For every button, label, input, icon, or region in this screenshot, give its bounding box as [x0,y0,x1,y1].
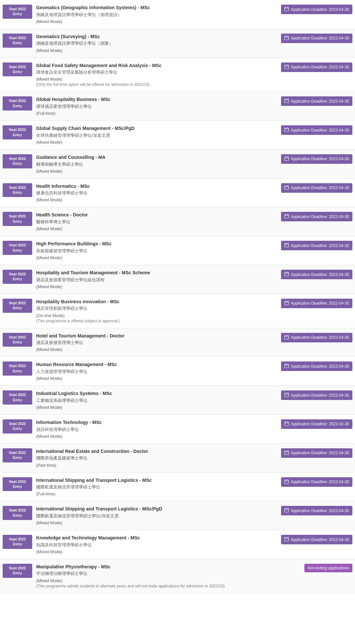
deadline-col: Application Deadline: 2022-04-30 [287,182,352,204]
deadline-badge[interactable]: Application Deadline: 2022-04-30 [281,448,352,458]
deadline-badge[interactable]: Application Deadline: 2022-04-30 [281,62,352,72]
table-row[interactable]: Sept 2022 EntryIndustrial Logistics Syst… [0,386,355,415]
deadline-badge[interactable]: Application Deadline: 2022-04-30 [281,5,352,14]
svg-rect-36 [285,272,289,276]
program-mode: (Mixed Mode) [36,77,283,82]
deadline-badge[interactable]: Application Deadline: 2022-04-30 [281,477,352,487]
table-row[interactable]: Sept 2022 EntryInternational Shipping an… [0,501,355,530]
deadline-text: Application Deadline: 2022-04-30 [291,364,349,369]
deadline-text: Application Deadline: 2022-04-30 [291,508,349,513]
deadline-badge[interactable]: Not inviting applications [304,564,352,572]
content-col: International Shipping and Transport Log… [32,505,287,527]
program-mode: (Mixed Mode) [36,48,283,53]
calendar-icon [284,185,289,191]
table-row[interactable]: Sept 2022 EntryHealth Science - Doctor醫療… [0,207,355,236]
content-col: Geomatics (Geographic Information System… [32,3,287,25]
table-row[interactable]: Sept 2022 EntryHotel and Tourism Managem… [0,328,355,357]
program-title-en: Industrial Logistics Systems - MSc [36,390,283,397]
content-col: Global Food Safety Management and Risk A… [32,61,287,88]
calendar-icon [284,363,289,369]
program-mode: (Mixed Mode) [36,347,283,352]
table-row[interactable]: Sept 2022 EntryGeomatics (Surveying) - M… [0,29,355,58]
svg-rect-16 [285,128,289,132]
calendar-icon [284,156,289,162]
deadline-badge[interactable]: Application Deadline: 2022-04-30 [281,183,352,193]
calendar-icon [284,7,289,12]
program-title-zh: 醫療科學博士學位 [36,219,283,225]
calendar-icon [284,392,289,398]
badge-col: Sept 2022 Entry [3,332,32,354]
program-title-zh: 國際房地產及建築博士學位 [36,455,283,461]
deadline-badge[interactable]: Application Deadline: 2022-04-30 [281,212,352,221]
table-row[interactable]: Sept 2022 EntryGeomatics (Geographic Inf… [0,0,355,29]
content-col: Global Hospitality Business - MSc環球酒店業管理… [32,95,287,117]
program-title-en: Health Science - Doctor [36,212,283,218]
table-row[interactable]: Sept 2022 EntryGlobal Supply Chain Manag… [0,121,355,150]
deadline-badge[interactable]: Application Deadline: 2022-04-30 [281,333,352,342]
program-title-zh: 國際航運及物流管理理學碩士學位/深造文憑 [36,513,283,519]
table-row[interactable]: Sept 2022 EntryInformation Technology - … [0,415,355,444]
deadline-col: Application Deadline: 2022-04-30 [287,332,352,354]
table-row[interactable]: Sept 2022 EntryManipulative Physiotherap… [0,559,355,593]
table-row[interactable]: Sept 2022 EntryHospitality Business Inno… [0,294,355,328]
deadline-badge[interactable]: Application Deadline: 2022-04-30 [281,125,352,135]
program-title-en: Global Hospitality Business - MSc [36,96,283,103]
deadline-badge[interactable]: Application Deadline: 2022-04-30 [281,241,352,250]
deadline-badge[interactable]: Application Deadline: 2022-04-30 [281,419,352,429]
table-row[interactable]: Sept 2022 EntryHealth Informatics - MSc健… [0,179,355,208]
content-col: Health Science - Doctor醫療科學博士學位(Mixed Mo… [32,211,287,233]
table-row[interactable]: Sept 2022 EntryHuman Resource Management… [0,357,355,386]
entry-badge: Sept 2022 Entry [3,5,32,19]
deadline-badge[interactable]: Application Deadline: 2022-04-30 [281,154,352,164]
program-note: (This programme admits students in alter… [36,584,283,588]
table-row[interactable]: Sept 2022 EntryGlobal Food Safety Manage… [0,58,355,92]
svg-rect-24 [285,186,289,189]
entry-badge: Sept 2022 Entry [3,241,32,255]
program-note: (This programme is offered subject to ap… [36,319,283,323]
deadline-badge[interactable]: Application Deadline: 2022-04-30 [281,535,352,544]
entry-badge: Sept 2022 Entry [3,419,32,433]
deadline-col: Application Deadline: 2022-04-30 [287,418,352,440]
program-title-zh: 資訊科技理學碩士學位 [36,427,283,433]
deadline-col: Application Deadline: 2022-04-30 [287,153,352,175]
program-title-zh: 環球酒店業管理理學碩士學位 [36,104,283,110]
deadline-badge[interactable]: Application Deadline: 2022-04-30 [281,34,352,43]
table-row[interactable]: Sept 2022 EntryHospitality and Tourism M… [0,265,355,294]
badge-col: Sept 2022 Entry [3,562,32,590]
program-mode: (Mixed Mode) [36,197,283,202]
table-row[interactable]: Sept 2022 EntryInternational Real Estate… [0,444,355,473]
deadline-badge[interactable]: Application Deadline: 2022-04-30 [281,299,352,308]
content-col: Manipulative Physiotherapy - MSc手法物理治療理學… [32,562,287,590]
deadline-badge[interactable]: Application Deadline: 2022-04-30 [281,96,352,106]
deadline-badge[interactable]: Application Deadline: 2022-04-30 [281,390,352,400]
badge-col: Sept 2022 Entry [3,3,32,25]
table-row[interactable]: Sept 2022 EntryInternational Shipping an… [0,473,355,502]
program-title-en: International Real Estate and Constructi… [36,448,283,455]
program-title-zh: 知識及科技管理理學碩士學位 [36,542,283,548]
table-row[interactable]: Sept 2022 EntryGuidance and Counselling … [0,150,355,179]
table-row[interactable]: Sept 2022 EntryHigh Performance Building… [0,236,355,265]
badge-col: Sept 2022 Entry [3,239,32,261]
badge-col: Sept 2022 Entry [3,418,32,440]
table-row[interactable]: Sept 2022 EntryGlobal Hospitality Busine… [0,92,355,121]
deadline-badge[interactable]: Application Deadline: 2022-04-30 [281,506,352,515]
table-row[interactable]: Sept 2022 EntryKnowledge and Technology … [0,530,355,559]
program-title-en: Hospitality and Tourism Management - MSc… [36,270,283,276]
entry-badge: Sept 2022 Entry [3,270,32,284]
program-title-zh: 酒店及旅遊業管理碩士學位組合課程 [36,277,283,283]
deadline-col: Application Deadline: 2022-04-30 [287,505,352,527]
deadline-badge[interactable]: Application Deadline: 2022-04-30 [281,270,352,279]
content-col: International Shipping and Transport Log… [32,476,287,498]
deadline-col: Application Deadline: 2022-04-30 [287,533,352,556]
content-col: Human Resource Management - MSc人力資源管理理學碩… [32,360,287,382]
content-col: Geomatics (Surveying) - MSc測繪及地理資訊學理學碩士學… [32,32,287,54]
program-mode: (Mixed Mode) [36,19,283,24]
svg-rect-64 [285,480,289,483]
deadline-text: Application Deadline: 2022-04-30 [291,301,349,306]
program-title-zh: 國際航運及物流管理理學碩士學位 [36,484,283,490]
deadline-text: Application Deadline: 2022-04-30 [291,393,349,398]
content-col: Guidance and Counselling - MA輔導與輔導文學碩士學位… [32,153,287,175]
deadline-badge[interactable]: Application Deadline: 2022-04-30 [281,361,352,371]
content-col: Knowledge and Technology Management - MS… [32,533,287,556]
entry-badge: Sept 2022 Entry [3,62,32,77]
